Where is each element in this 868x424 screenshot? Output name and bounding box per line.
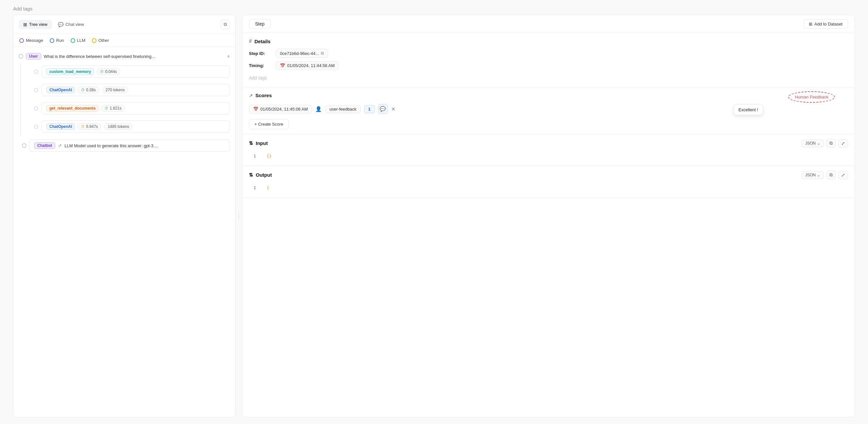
output-controls: JSON ⌄ ⧉ ⤢ xyxy=(802,171,848,179)
code-content-output-1: { xyxy=(267,185,269,190)
input-controls: JSON ⌄ ⧉ ⤢ xyxy=(802,139,848,148)
hash-icon: # xyxy=(249,38,252,44)
timing-badge-2: ⏱ 1.621s xyxy=(101,105,125,112)
radio-message xyxy=(19,38,24,43)
sub-dot xyxy=(34,106,38,111)
details-section: # Details Step ID: 0ce71b6d-96ec-44... ⧉… xyxy=(242,33,855,88)
excellent-tooltip: Excellent ! xyxy=(734,104,763,115)
chatbot-tag: Chatbot xyxy=(34,142,55,149)
tree-item-chatopenai-1[interactable]: ChatOpenAI ⏱ 0.38s 270 tokens xyxy=(31,81,235,99)
output-header: ⇅ Output JSON ⌄ ⧉ ⤢ xyxy=(249,171,848,179)
tree-view-button[interactable]: ⊞ Tree view xyxy=(19,20,52,29)
add-tags-top-label[interactable]: Add tags xyxy=(13,6,32,11)
input-format-selector[interactable]: JSON ⌄ xyxy=(802,140,824,147)
add-to-dataset-button[interactable]: ⊞ Add to Dataset xyxy=(803,19,848,29)
timing-label: Timing: xyxy=(249,63,272,68)
output-expand-button[interactable]: ⤢ xyxy=(838,171,848,179)
tree-content: User What is the difference between self… xyxy=(13,47,235,417)
input-expand-button[interactable]: ⤢ xyxy=(838,139,848,148)
func-tag-chatopenai-2: ChatOpenAI xyxy=(46,123,75,130)
top-bar: Add tags xyxy=(0,0,868,15)
chat-icon: 💬 xyxy=(58,22,63,27)
user-tag: User xyxy=(26,53,41,60)
add-dataset-icon: ⊞ xyxy=(809,22,812,27)
tree-item-get-relevant[interactable]: get_relevant_documents ⏱ 1.621s xyxy=(31,99,235,117)
filter-other[interactable]: Other xyxy=(92,38,109,43)
chatbot-inner: Chatbot ↗ LLM Model used to generate thi… xyxy=(29,140,230,152)
score-value-badge: 1 xyxy=(364,105,375,113)
details-heading: # Details xyxy=(249,38,848,44)
filter-llm[interactable]: LLM xyxy=(71,38,85,43)
view-toggle-bar: ⊞ Tree view 💬 Chat view ⧉ xyxy=(13,15,235,34)
step-id-label: Step ID: xyxy=(249,51,272,56)
chevron-down-icon: ⌄ xyxy=(817,141,820,146)
create-score-button[interactable]: + Create Score xyxy=(249,119,289,129)
func-tag-chatopenai-1: ChatOpenAI xyxy=(46,87,75,93)
sub-item-inner: ChatOpenAI ⏱ 5.947s 1485 tokens xyxy=(41,120,230,133)
human-feedback-oval: Human Feedback xyxy=(788,91,835,103)
tree-icon: ⊞ xyxy=(23,22,27,27)
input-title: ⇅ Input xyxy=(249,140,268,146)
sub-dot xyxy=(34,125,38,129)
timing-value: 01/05/2024, 11:44:56 AM xyxy=(287,63,335,68)
chat-view-button[interactable]: 💬 Chat view xyxy=(53,20,89,29)
input-copy-button[interactable]: ⧉ xyxy=(827,139,836,148)
clock-icon: ⏱ xyxy=(105,106,108,110)
output-code-area: 1 { xyxy=(249,183,848,193)
sub-item-inner: get_relevant_documents ⏱ 1.621s xyxy=(41,102,230,115)
timing-value-box: 📅 01/05/2024, 11:44:56 AM xyxy=(276,61,339,70)
input-code-area: 1 {} xyxy=(249,151,848,161)
filter-row: Message Run LLM Other xyxy=(13,34,235,47)
tree-item-custom-load-memory[interactable]: custom_load_memory ⏱ 0.044s xyxy=(31,63,235,81)
human-feedback-annotation: Human Feedback xyxy=(788,91,835,103)
expand-icon: ⇅ xyxy=(249,140,253,146)
clock-icon-orange: ⏱ xyxy=(81,125,85,128)
score-name-badge: user-feedback xyxy=(325,105,361,113)
chatbot-trend-icon: ↗ xyxy=(58,143,62,148)
line-num-output-1: 1 xyxy=(253,185,260,190)
filter-message-label: Message xyxy=(26,38,43,43)
panel-divider[interactable]: ⋮ xyxy=(236,15,242,418)
code-content-1: {} xyxy=(267,153,272,158)
chevron-down-icon-output: ⌄ xyxy=(817,173,820,177)
timing-badge-3: ⏱ 5.947s xyxy=(78,123,101,130)
user-node-dot xyxy=(19,54,23,59)
tokens-badge-3: 1485 tokens xyxy=(104,123,132,130)
filter-message[interactable]: Message xyxy=(19,38,43,43)
filter-llm-label: LLM xyxy=(77,38,85,43)
score-comment-icon[interactable]: 💬 xyxy=(378,104,388,114)
right-panel: Step ⊞ Add to Dataset # Details Step ID:… xyxy=(242,15,855,418)
add-tags-right[interactable]: Add tags xyxy=(249,73,848,83)
output-section: ⇅ Output JSON ⌄ ⧉ ⤢ 1 xyxy=(242,166,855,198)
user-icon-score[interactable]: 👤 xyxy=(315,106,322,112)
score-close-button[interactable]: ✕ xyxy=(391,106,395,112)
sub-item-inner: custom_load_memory ⏱ 0.044s xyxy=(41,65,230,78)
radio-other xyxy=(92,38,96,43)
chatbot-message-text: LLM Model used to generate this answer: … xyxy=(64,143,158,148)
scores-heading: ↗ Scores xyxy=(249,93,848,98)
radio-llm xyxy=(71,38,75,43)
collapse-icon[interactable]: ∧ xyxy=(227,54,230,59)
step-tab[interactable]: Step xyxy=(249,19,271,29)
filter-run[interactable]: Run xyxy=(50,38,64,43)
copy-tree-button[interactable]: ⧉ xyxy=(221,20,230,29)
user-message-row[interactable]: User What is the difference between self… xyxy=(13,50,235,62)
sub-dot xyxy=(34,70,38,74)
left-panel: ⊞ Tree view 💬 Chat view ⧉ Message xyxy=(13,15,236,418)
step-id-value: 0ce71b6d-96ec-44... xyxy=(280,51,319,56)
chatbot-node-dot xyxy=(22,143,27,148)
user-message-text: What is the difference between self-supe… xyxy=(44,54,224,59)
chatbot-row[interactable]: Chatbot ↗ LLM Model used to generate thi… xyxy=(13,137,235,154)
tree-item-chatopenai-2[interactable]: ChatOpenAI ⏱ 5.947s 1485 tokens xyxy=(31,118,235,135)
output-title: ⇅ Output xyxy=(249,172,272,178)
main-content: ⊞ Tree view 💬 Chat view ⧉ Message xyxy=(0,15,868,424)
copy-step-id-button[interactable]: ⧉ xyxy=(321,51,324,56)
sub-dot xyxy=(34,88,38,92)
tokens-badge-1: 270 tokens xyxy=(102,87,128,93)
scores-section: ↗ Scores 📅 01/05/2024, 11:45:06 AM 👤 use… xyxy=(242,88,855,134)
func-tag-get-relevant: get_relevant_documents xyxy=(46,105,98,112)
timing-badge-1: ⏱ 0.38s xyxy=(78,87,99,93)
output-copy-button[interactable]: ⧉ xyxy=(827,171,836,179)
output-format-selector[interactable]: JSON ⌄ xyxy=(802,171,824,179)
func-tag-custom-load-memory: custom_load_memory xyxy=(46,68,94,75)
